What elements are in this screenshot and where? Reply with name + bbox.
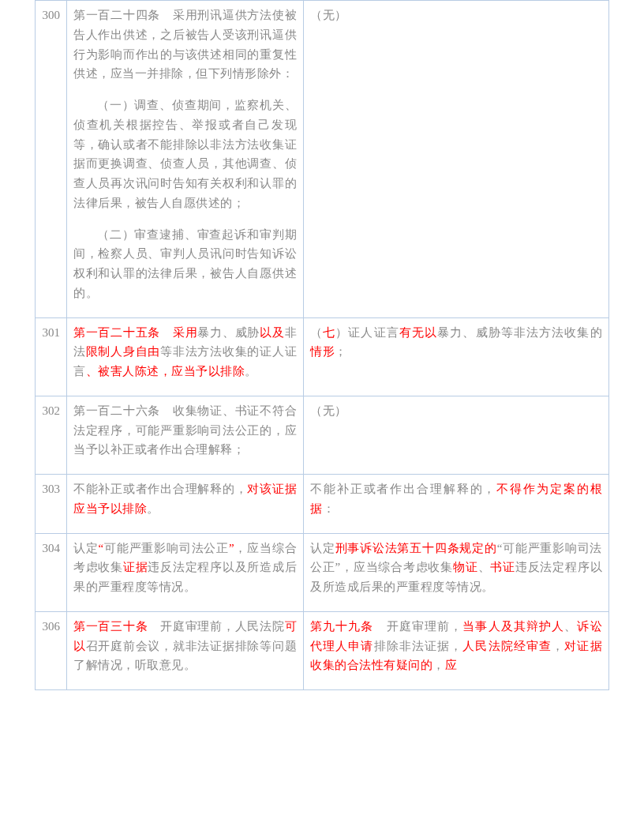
diff-text: “ (99, 542, 104, 554)
paragraph: （一）调查、侦查期间，监察机关、侦查机关根据控告、举报或者自己发现等，确认或者不… (73, 96, 297, 213)
table-row: 303不能补正或者作出合理解释的，对该证据应当予以排除。不能补正或者作出合理解释… (36, 475, 609, 534)
paragraph: 第一百二十六条 收集物证、书证不符合法定程序，可能严重影响司法公正的，应当予以补… (73, 401, 297, 460)
text: 、 (478, 561, 491, 573)
text: （无） (310, 9, 347, 21)
diff-text: 以及 (260, 326, 284, 339)
text: 认定 (310, 542, 335, 554)
diff-text: 情形 (310, 345, 335, 358)
text: 暴力、威胁 (197, 326, 260, 339)
text: （二）审查逮捕、审查起诉和审判期间，检察人员、审判人员讯问时告知诉讼权利和认罪的… (73, 228, 297, 299)
paragraph: 第一百二十五条 采用暴力、威胁以及非法限制人身自由等非法方法收集的证人证言、被害… (73, 323, 297, 381)
diff-text: 物证 (453, 561, 478, 573)
paragraph: （无） (310, 401, 602, 421)
text: ）证人证言 (335, 326, 399, 339)
paragraph: 第一百二十四条 采用刑讯逼供方法使被告人作出供述，之后被告人受该刑讯逼供行为影响… (73, 6, 297, 84)
text: （ (310, 326, 323, 339)
text: 可能严重影响司法公正 (104, 542, 229, 554)
paragraph: （二）审查逮捕、审查起诉和审判期间，检察人员、审判人员讯问时告知诉讼权利和认罪的… (73, 225, 297, 303)
text: 开庭审理前， (374, 620, 463, 633)
row-number: 302 (36, 396, 67, 474)
diff-text: 书证 (490, 561, 515, 573)
paragraph: （七）证人证言有无以暴力、威胁等非法方法收集的情形； (310, 323, 602, 363)
paragraph: 认定“可能严重影响司法公正”，应当综合考虑收集证据违反法定程序以及所造成后果的严… (73, 539, 297, 597)
diff-text: 证据 (123, 561, 148, 573)
table-cell: 第一百二十四条 采用刑讯逼供方法使被告人作出供述，之后被告人受该刑讯逼供行为影响… (67, 1, 304, 318)
table-cell: 第一百三十条 开庭审理前，人民法院可以召开庭前会议，就非法证据排除等问题了解情况… (67, 611, 304, 689)
text: 暴力、威胁等非法方法收集的 (437, 326, 602, 339)
row-number: 306 (36, 611, 67, 689)
text: 不能补正或者作出合理解释的， (73, 483, 247, 495)
text: ， (552, 640, 564, 652)
diff-text: 、被害人陈述，应当予以排除 (86, 365, 245, 378)
text: 。 (245, 365, 257, 378)
diff-text: 第一百三十条 (73, 620, 148, 633)
table-cell: 认定刑事诉讼法第五十四条规定的“可能严重影响司法公正”，应当综合考虑收集物证、书… (304, 533, 609, 611)
paragraph: 认定刑事诉讼法第五十四条规定的“可能严重影响司法公正”，应当综合考虑收集物证、书… (310, 539, 602, 597)
diff-text: 当事人及其辩护人 (462, 620, 564, 633)
text: ： (323, 502, 335, 515)
text: 不能补正或者作出合理解释的， (310, 483, 496, 495)
row-number: 304 (36, 533, 67, 611)
diff-text: 应 (445, 659, 458, 671)
diff-text: 限制人身自由 (86, 345, 160, 358)
text: （一）调查、侦查期间，监察机关、侦查机关根据控告、举报或者自己发现等，确认或者不… (73, 99, 297, 209)
row-number: 303 (36, 475, 67, 534)
paragraph: 不能补正或者作出合理解释的，对该证据应当予以排除。 (73, 479, 297, 519)
diff-text: ” (229, 542, 234, 554)
text: 排除非法证据， (374, 640, 463, 652)
table-cell: 不能补正或者作出合理解释的，不得作为定案的根据： (304, 475, 609, 534)
text: 第一百二十四条 采用刑讯逼供方法使被告人作出供述，之后被告人受该刑讯逼供行为影响… (73, 9, 297, 80)
paragraph: 不能补正或者作出合理解释的，不得作为定案的根据： (310, 479, 602, 519)
table-row: 301第一百二十五条 采用暴力、威胁以及非法限制人身自由等非法方法收集的证人证言… (36, 317, 609, 396)
row-number: 300 (36, 1, 67, 318)
text: 召开庭前会议，就非法证据排除等问题了解情况，听取意见。 (73, 640, 297, 672)
diff-text: 有无以 (399, 326, 437, 339)
text: 认定 (73, 542, 99, 554)
table-row: 300第一百二十四条 采用刑讯逼供方法使被告人作出供述，之后被告人受该刑讯逼供行… (36, 1, 609, 318)
diff-text: 第九十九条 (310, 620, 374, 633)
diff-text: 第一百二十五条 采用 (73, 326, 197, 339)
diff-text: 刑事诉讼法第五十四条规定的 (335, 542, 497, 554)
paragraph: （无） (310, 6, 602, 25)
table-cell: 认定“可能严重影响司法公正”，应当综合考虑收集证据违反法定程序以及所造成后果的严… (67, 533, 304, 611)
text: ， (432, 659, 445, 671)
table-body: 300第一百二十四条 采用刑讯逼供方法使被告人作出供述，之后被告人受该刑讯逼供行… (36, 1, 609, 690)
text: 、 (564, 620, 577, 633)
diff-text: 人民法院经审查 (462, 640, 552, 652)
text: 第一百二十六条 收集物证、书证不符合法定程序，可能严重影响司法公正的，应当予以补… (73, 404, 297, 456)
text: ； (335, 345, 347, 358)
table-cell: 不能补正或者作出合理解释的，对该证据应当予以排除。 (67, 475, 304, 534)
table-cell: 第一百二十五条 采用暴力、威胁以及非法限制人身自由等非法方法收集的证人证言、被害… (67, 317, 304, 396)
table-cell: （无） (304, 1, 609, 318)
row-number: 301 (36, 317, 67, 396)
table-row: 302第一百二十六条 收集物证、书证不符合法定程序，可能严重影响司法公正的，应当… (36, 396, 609, 474)
table-cell: （无） (304, 396, 609, 474)
diff-text: 七 (323, 326, 335, 339)
table-cell: （七）证人证言有无以暴力、威胁等非法方法收集的情形； (304, 317, 609, 396)
paragraph: 第九十九条 开庭审理前，当事人及其辩护人、诉讼代理人申请排除非法证据，人民法院经… (310, 617, 602, 675)
table-row: 306第一百三十条 开庭审理前，人民法院可以召开庭前会议，就非法证据排除等问题了… (36, 611, 609, 689)
table-cell: 第九十九条 开庭审理前，当事人及其辩护人、诉讼代理人申请排除非法证据，人民法院经… (304, 611, 609, 689)
table-row: 304认定“可能严重影响司法公正”，应当综合考虑收集证据违反法定程序以及所造成后… (36, 533, 609, 611)
text: 开庭审理前，人民法院 (148, 620, 284, 633)
comparison-table: 300第一百二十四条 采用刑讯逼供方法使被告人作出供述，之后被告人受该刑讯逼供行… (35, 0, 609, 690)
table-cell: 第一百二十六条 收集物证、书证不符合法定程序，可能严重影响司法公正的，应当予以补… (67, 396, 304, 474)
text: （无） (310, 404, 347, 417)
text: 。 (147, 502, 159, 515)
paragraph: 第一百三十条 开庭审理前，人民法院可以召开庭前会议，就非法证据排除等问题了解情况… (73, 617, 297, 675)
